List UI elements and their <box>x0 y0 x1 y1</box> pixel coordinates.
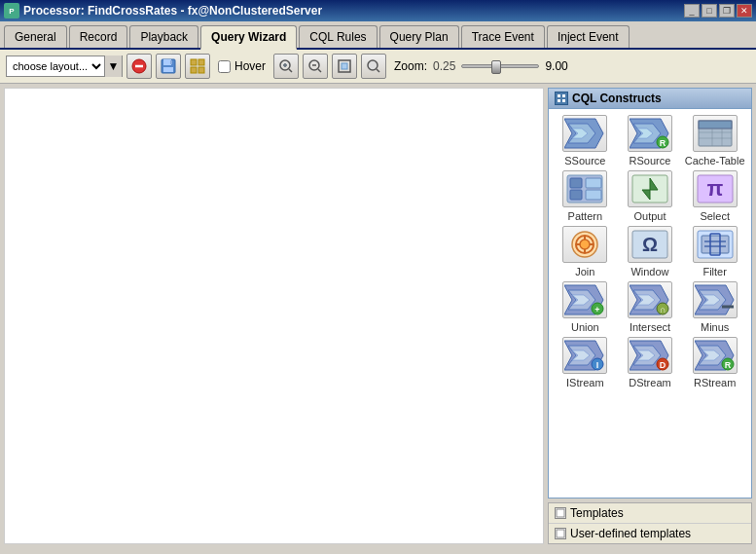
construct-window[interactable]: Ω Window <box>620 226 681 277</box>
tab-general[interactable]: General <box>4 25 67 48</box>
window-label: Window <box>630 266 668 277</box>
construct-join[interactable]: Join <box>555 226 616 277</box>
svg-rect-92 <box>557 509 564 517</box>
svg-rect-44 <box>570 190 582 200</box>
zoom-value: 0.25 <box>433 59 455 73</box>
svg-text:D: D <box>660 360 666 370</box>
zoom-slider-container[interactable] <box>461 64 539 68</box>
svg-rect-59 <box>702 236 729 253</box>
svg-rect-27 <box>562 99 565 102</box>
constructs-header-icon <box>555 92 568 105</box>
construct-minus[interactable]: Minus <box>684 281 745 333</box>
zoom-in-button[interactable] <box>273 54 299 79</box>
construct-intersect[interactable]: ∩ Intersect <box>620 281 681 333</box>
filter-icon <box>693 226 738 263</box>
istream-label: IStream <box>566 377 604 388</box>
output-icon <box>628 170 672 207</box>
construct-rsource[interactable]: R RSource <box>620 115 681 166</box>
cache-table-icon <box>693 115 738 152</box>
tab-playback[interactable]: Playback <box>129 25 198 48</box>
ssource-icon <box>562 115 607 152</box>
maximize-button[interactable]: □ <box>702 4 717 18</box>
svg-text:I: I <box>596 360 599 370</box>
toolbar: choose layout... ▼ Hover <box>0 50 756 84</box>
dstream-label: DStream <box>629 377 670 388</box>
minimize-button[interactable]: _ <box>684 4 700 18</box>
user-templates-label: User-defined templates <box>570 527 691 540</box>
svg-rect-6 <box>163 67 173 72</box>
window-title: Processor: FindCrossRates - fx@NonCluste… <box>23 4 322 18</box>
constructs-grid: SSource R RSource <box>549 109 751 394</box>
user-templates-row[interactable]: User-defined templates <box>549 524 751 543</box>
zoom-slider[interactable] <box>461 64 539 68</box>
construct-dstream[interactable]: D DStream <box>620 337 681 388</box>
union-icon: + <box>562 281 607 318</box>
svg-text:∩: ∩ <box>660 305 666 314</box>
svg-line-23 <box>377 69 379 72</box>
select-icon: π <box>693 170 738 207</box>
construct-output[interactable]: Output <box>620 170 681 222</box>
construct-filter[interactable]: Filter <box>684 226 745 277</box>
construct-istream[interactable]: I IStream <box>555 337 616 388</box>
construct-union[interactable]: + Union <box>555 281 616 333</box>
templates-checkbox <box>555 507 566 519</box>
svg-rect-9 <box>198 59 204 65</box>
rstream-label: RStream <box>694 377 736 388</box>
layout-selector[interactable]: choose layout... ▼ <box>6 55 123 77</box>
construct-cache-table[interactable]: Cache-Table <box>684 115 745 166</box>
pattern-icon <box>562 170 607 207</box>
close-button[interactable]: ✕ <box>737 4 752 18</box>
query-canvas[interactable] <box>4 88 544 544</box>
fit-button[interactable] <box>332 54 357 79</box>
svg-text:R: R <box>660 138 666 148</box>
svg-rect-5 <box>163 59 171 65</box>
zoom-max: 9.00 <box>545 59 567 73</box>
cache-table-label: Cache-Table <box>685 155 745 166</box>
templates-label: Templates <box>570 506 624 520</box>
svg-rect-11 <box>198 67 204 73</box>
select-label: Select <box>700 210 730 222</box>
svg-rect-25 <box>562 94 565 97</box>
join-label: Join <box>575 266 594 277</box>
pattern-label: Pattern <box>568 210 602 222</box>
title-bar: P Processor: FindCrossRates - fx@NonClus… <box>0 0 756 21</box>
tab-query-wizard[interactable]: Query Wizard <box>200 25 297 50</box>
svg-line-15 <box>289 69 292 72</box>
restore-button[interactable]: ❐ <box>719 4 735 18</box>
construct-ssource[interactable]: SSource <box>555 115 616 166</box>
hover-checkbox[interactable] <box>218 60 231 73</box>
zoom-thumb[interactable] <box>491 60 501 74</box>
delete-button[interactable] <box>126 54 152 79</box>
svg-text:P: P <box>9 7 15 16</box>
tab-inject-event[interactable]: Inject Event <box>547 25 630 48</box>
svg-point-22 <box>368 60 378 70</box>
minus-label: Minus <box>701 321 729 333</box>
ssource-label: SSource <box>564 155 605 166</box>
content-area: CQL Constructs SSource <box>0 84 756 548</box>
rsource-icon: R <box>628 115 672 152</box>
layout-dropdown-arrow[interactable]: ▼ <box>104 55 122 77</box>
intersect-label: Intersect <box>630 321 670 333</box>
tab-record[interactable]: Record <box>69 25 128 48</box>
tab-trace-event[interactable]: Trace Event <box>461 25 545 48</box>
dstream-icon: D <box>628 337 672 374</box>
templates-row[interactable]: Templates <box>549 503 751 524</box>
grid-button[interactable] <box>185 54 210 79</box>
save-button[interactable] <box>156 54 181 79</box>
construct-rstream[interactable]: R RStream <box>684 337 745 388</box>
filter-label: Filter <box>702 266 726 277</box>
construct-pattern[interactable]: Pattern <box>555 170 616 222</box>
constructs-header: CQL Constructs <box>549 89 751 109</box>
tab-cql-rules[interactable]: CQL Rules <box>299 25 377 48</box>
svg-rect-37 <box>699 121 732 129</box>
svg-point-16 <box>283 63 287 67</box>
window-icon: Ω <box>628 226 672 263</box>
zoom-out-button[interactable] <box>303 54 328 79</box>
union-label: Union <box>571 321 599 333</box>
layout-dropdown[interactable]: choose layout... <box>7 56 104 76</box>
construct-select[interactable]: π Select <box>684 170 745 222</box>
tab-query-plan[interactable]: Query Plan <box>379 25 459 48</box>
search-button[interactable] <box>361 54 386 79</box>
output-label: Output <box>633 210 666 222</box>
zoom-area: Zoom: 0.25 9.00 <box>394 59 568 73</box>
